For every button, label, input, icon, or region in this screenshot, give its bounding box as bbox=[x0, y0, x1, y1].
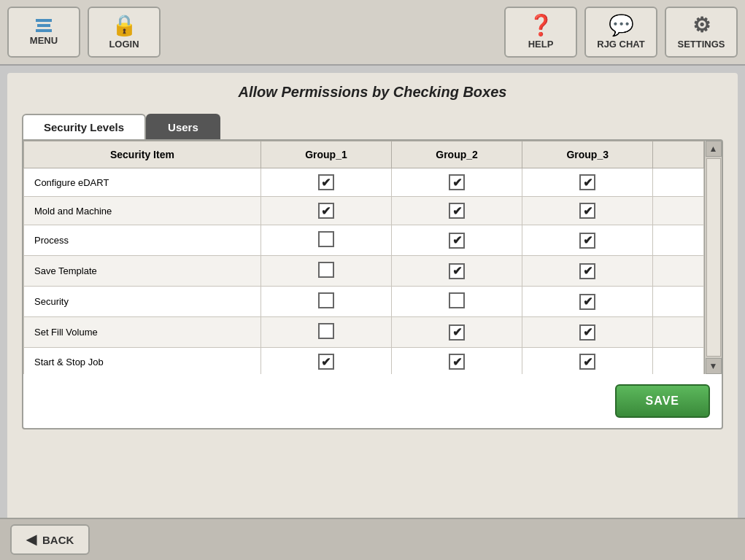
security-item-cell: Security bbox=[24, 287, 261, 317]
security-item-cell: Start & Stop Job bbox=[24, 348, 261, 375]
checkbox-0-g3[interactable] bbox=[579, 174, 595, 190]
rjg-chat-button[interactable]: 💬 RJG CHAT bbox=[584, 7, 657, 58]
checkbox-4-g2[interactable] bbox=[449, 292, 465, 308]
table-row: Start & Stop Job bbox=[24, 348, 704, 375]
checkbox-cell-5-0 bbox=[260, 317, 391, 348]
help-button[interactable]: ❓ HELP bbox=[504, 7, 577, 58]
extra-cell bbox=[653, 225, 704, 256]
col-header-group1: Group_1 bbox=[260, 141, 391, 168]
checkbox-3-g2[interactable] bbox=[449, 263, 465, 279]
checkbox-2-g1[interactable] bbox=[318, 231, 334, 247]
table-row: Security bbox=[24, 287, 704, 317]
extra-cell bbox=[653, 317, 704, 348]
back-button[interactable]: ◀ BACK bbox=[10, 524, 90, 555]
menu-label: MENU bbox=[30, 35, 58, 46]
login-label: LOGIN bbox=[109, 39, 139, 50]
checkbox-6-g2[interactable] bbox=[449, 354, 465, 370]
security-item-cell: Configure eDART bbox=[24, 168, 261, 197]
scroll-thumb[interactable] bbox=[706, 158, 721, 357]
page-title: Allow Permissions by Checking Boxes bbox=[22, 84, 723, 101]
table-row: Save Template bbox=[24, 256, 704, 287]
checkbox-cell-2-2 bbox=[522, 225, 653, 256]
scrollbar[interactable]: ▲ ▼ bbox=[704, 141, 722, 374]
col-header-extra bbox=[653, 141, 704, 168]
checkbox-cell-5-2 bbox=[522, 317, 653, 348]
checkbox-5-g1[interactable] bbox=[318, 323, 334, 339]
menu-icon bbox=[36, 19, 52, 32]
checkbox-cell-1-2 bbox=[522, 197, 653, 225]
main-content: Allow Permissions by Checking Boxes Secu… bbox=[7, 73, 738, 525]
settings-icon: ⚙ bbox=[692, 15, 711, 36]
help-label: HELP bbox=[528, 39, 554, 50]
checkbox-2-g3[interactable] bbox=[579, 233, 595, 249]
security-item-cell: Save Template bbox=[24, 256, 261, 287]
checkbox-cell-4-1 bbox=[392, 287, 522, 317]
col-header-security-item: Security Item bbox=[24, 141, 261, 168]
checkbox-cell-6-2 bbox=[522, 348, 653, 375]
checkbox-5-g3[interactable] bbox=[579, 324, 595, 341]
checkbox-cell-1-0 bbox=[260, 197, 391, 225]
checkbox-4-g3[interactable] bbox=[579, 294, 595, 310]
checkbox-1-g2[interactable] bbox=[449, 203, 465, 219]
extra-cell bbox=[653, 197, 704, 225]
col-header-group2: Group_2 bbox=[392, 141, 522, 168]
table-row: Mold and Machine bbox=[24, 197, 704, 225]
checkbox-cell-0-2 bbox=[522, 168, 653, 197]
extra-cell bbox=[653, 168, 704, 197]
checkbox-4-g1[interactable] bbox=[318, 292, 334, 308]
checkbox-cell-0-0 bbox=[260, 168, 391, 197]
security-item-cell: Mold and Machine bbox=[24, 197, 261, 225]
checkbox-cell-3-2 bbox=[522, 256, 653, 287]
checkbox-cell-4-0 bbox=[260, 287, 391, 317]
table-row: Set Fill Volume bbox=[24, 317, 704, 348]
settings-label: SETTINGS bbox=[677, 39, 725, 50]
checkbox-cell-3-0 bbox=[260, 256, 391, 287]
checkbox-cell-3-1 bbox=[392, 256, 522, 287]
checkbox-5-g2[interactable] bbox=[449, 324, 465, 341]
save-button[interactable]: SAVE bbox=[615, 384, 710, 418]
extra-cell bbox=[653, 287, 704, 317]
checkbox-1-g3[interactable] bbox=[579, 203, 595, 219]
checkbox-cell-6-0 bbox=[260, 348, 391, 375]
checkbox-0-g1[interactable] bbox=[318, 174, 334, 190]
checkbox-cell-6-1 bbox=[392, 348, 522, 375]
tab-security-levels[interactable]: Security Levels bbox=[22, 114, 146, 139]
permissions-table-container: Security Item Group_1 Group_2 Group_3 Co… bbox=[22, 139, 723, 429]
checkbox-1-g1[interactable] bbox=[318, 203, 334, 219]
scroll-up-arrow[interactable]: ▲ bbox=[706, 141, 722, 157]
checkbox-3-g3[interactable] bbox=[579, 263, 595, 279]
security-item-cell: Process bbox=[24, 225, 261, 256]
checkbox-6-g1[interactable] bbox=[318, 354, 334, 370]
bottom-bar: ◀ BACK bbox=[0, 518, 745, 560]
col-header-group3: Group_3 bbox=[522, 141, 653, 168]
extra-cell bbox=[653, 256, 704, 287]
checkbox-3-g1[interactable] bbox=[318, 262, 334, 278]
menu-button[interactable]: MENU bbox=[7, 7, 80, 58]
table-row: Configure eDART bbox=[24, 168, 704, 197]
permissions-table: Security Item Group_1 Group_2 Group_3 Co… bbox=[23, 141, 704, 374]
checkbox-cell-2-1 bbox=[392, 225, 522, 256]
login-icon: 🔒 bbox=[112, 15, 137, 36]
extra-cell bbox=[653, 348, 704, 375]
back-label: BACK bbox=[42, 534, 74, 546]
checkbox-cell-5-1 bbox=[392, 317, 522, 348]
checkbox-cell-0-1 bbox=[392, 168, 522, 197]
toolbar: MENU 🔒 LOGIN ❓ HELP 💬 RJG CHAT ⚙ SETTING… bbox=[0, 0, 745, 66]
tab-users[interactable]: Users bbox=[146, 114, 220, 139]
tab-bar: Security Levels Users bbox=[22, 114, 723, 139]
back-arrow-icon: ◀ bbox=[26, 532, 36, 548]
checkbox-6-g3[interactable] bbox=[579, 354, 595, 370]
table-bottom-bar: SAVE bbox=[23, 374, 722, 428]
security-item-cell: Set Fill Volume bbox=[24, 317, 261, 348]
rjg-chat-label: RJG CHAT bbox=[597, 39, 644, 50]
checkbox-cell-1-1 bbox=[392, 197, 522, 225]
login-button[interactable]: 🔒 LOGIN bbox=[88, 7, 161, 58]
scroll-down-arrow[interactable]: ▼ bbox=[706, 358, 722, 374]
settings-button[interactable]: ⚙ SETTINGS bbox=[665, 7, 738, 58]
checkbox-cell-4-2 bbox=[522, 287, 653, 317]
checkbox-cell-2-0 bbox=[260, 225, 391, 256]
help-icon: ❓ bbox=[528, 15, 554, 36]
chat-icon: 💬 bbox=[609, 15, 634, 36]
checkbox-0-g2[interactable] bbox=[449, 174, 465, 190]
checkbox-2-g2[interactable] bbox=[449, 233, 465, 249]
